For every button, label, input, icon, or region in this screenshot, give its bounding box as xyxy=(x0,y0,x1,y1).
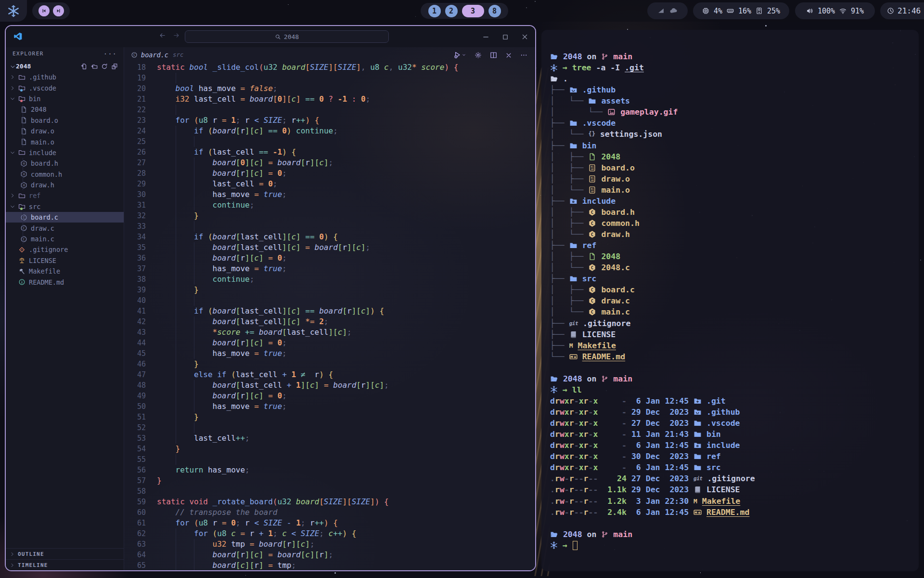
workspace-8[interactable]: 8 xyxy=(488,5,501,17)
maximize-button[interactable] xyxy=(502,32,509,41)
code-line-28[interactable]: 28 board[r][c] = 0; xyxy=(124,168,535,179)
command-center-search[interactable]: 2048 xyxy=(185,30,389,43)
tab-board-c[interactable]: Cboard.csrc xyxy=(131,51,183,59)
minimize-button[interactable] xyxy=(482,32,489,41)
code-line-43[interactable]: 43 *score += board[last_cell][c]; xyxy=(124,327,535,338)
refresh-button[interactable] xyxy=(101,62,108,70)
code-line-35[interactable]: 35 board[last_cell][c] = board[r][c]; xyxy=(124,242,535,253)
code-line-50[interactable]: 50 has_move = true; xyxy=(124,401,535,412)
code-line-61[interactable]: 61 for (u8 r = 0; r < SIZE - 1; r++) { xyxy=(124,518,535,528)
code-line-62[interactable]: 62 for (u8 c = r + 1; c < SIZE; c++) { xyxy=(124,528,535,539)
code-line-20[interactable]: 20 bool has_move = false; xyxy=(124,83,535,94)
tree-item-Makefile[interactable]: Makefile xyxy=(6,266,124,276)
tree-item-.vscode[interactable]: .vscode xyxy=(6,82,124,93)
arrowR-icon[interactable] xyxy=(173,32,180,39)
code-line-46[interactable]: 46 } xyxy=(124,359,535,369)
workspace-3[interactable]: 3 xyxy=(462,5,484,17)
tree-item-draw.h[interactable]: Hdraw.h xyxy=(6,180,124,190)
code-line-55[interactable]: 55 xyxy=(124,454,535,465)
tree-item-board.c[interactable]: Cboard.c xyxy=(6,212,124,223)
workspace-1[interactable]: 1 xyxy=(428,5,441,17)
code-line-19[interactable]: 19 xyxy=(124,73,535,83)
code-line-32[interactable]: 32 } xyxy=(124,210,535,221)
code-line-29[interactable]: 29 last_cell = 0; xyxy=(124,179,535,189)
terminal-window[interactable]: 2048 on main → tree -a -I .git .├── .git… xyxy=(541,30,919,571)
code-line-59[interactable]: 59static void _rotate_board(u32 board[SI… xyxy=(124,497,535,507)
tree-item-.gitignore[interactable]: .gitignore xyxy=(6,244,124,255)
code-line-58[interactable]: 58 xyxy=(124,486,535,497)
code-line-49[interactable]: 49 board[r][c] = 0; xyxy=(124,391,535,401)
code-line-47[interactable]: 47 else if (last_cell + 1 ≠ r) { xyxy=(124,369,535,380)
code-line-45[interactable]: 45 has_move = true; xyxy=(124,348,535,359)
code-line-39[interactable]: 39 } xyxy=(124,285,535,295)
code-line-37[interactable]: 37 has_move = true; xyxy=(124,263,535,274)
file-icon xyxy=(20,138,27,145)
tree-item-README.md[interactable]: README.md xyxy=(6,276,124,287)
arrowL-icon[interactable] xyxy=(159,32,166,39)
code-line-56[interactable]: 56 return has_move; xyxy=(124,465,535,475)
code-line-65[interactable]: 65 board[c][r] = tmp; xyxy=(124,560,535,571)
code-line-64[interactable]: 64 board[r][c] = board[c][r]; xyxy=(124,550,535,560)
collapse-all-button[interactable] xyxy=(111,62,118,70)
code-line-53[interactable]: 53 last_cell++; xyxy=(124,433,535,444)
code-line-42[interactable]: 42 board[last_cell][c] *= 2; xyxy=(124,316,535,327)
code-line-22[interactable]: 22 xyxy=(124,105,535,115)
code-line-38[interactable]: 38 continue; xyxy=(124,274,535,285)
tree-item-main.o[interactable]: main.o xyxy=(6,136,124,147)
tree-item-src[interactable]: src xyxy=(6,201,124,212)
tree-item-2048[interactable]: 2048 xyxy=(6,104,124,115)
code-line-30[interactable]: 30 has_move = true; xyxy=(124,189,535,200)
tree-item-draw.c[interactable]: Cdraw.c xyxy=(6,223,124,233)
close-button[interactable] xyxy=(521,32,528,41)
folder-open-icon xyxy=(550,530,558,539)
panel-timeline[interactable]: TIMELINE xyxy=(6,559,124,570)
new-folder-button[interactable] xyxy=(91,62,98,70)
project-root-row[interactable]: 2048 xyxy=(6,60,124,72)
tree-item-bin[interactable]: bin xyxy=(6,93,124,104)
tree-item-board.o[interactable]: board.o xyxy=(6,115,124,126)
code-line-40[interactable]: 40 xyxy=(124,295,535,306)
code-line-21[interactable]: 21 i32 last_cell = board[0][c] == 0 ? -1… xyxy=(124,94,535,105)
terminal-input-line[interactable]: → xyxy=(550,540,914,551)
code-line-52[interactable]: 52 xyxy=(124,422,535,433)
tree-item-.github[interactable]: .github xyxy=(6,72,124,82)
nix-logo-pill[interactable] xyxy=(0,0,27,22)
new-file-button[interactable] xyxy=(81,62,88,70)
code-line-48[interactable]: 48 board[last_cell + 1][c] = board[r][c]… xyxy=(124,380,535,391)
code-line-23[interactable]: 23 for (u8 r = 1; r < SIZE; r++) { xyxy=(124,115,535,126)
code-line-25[interactable]: 25 xyxy=(124,136,535,147)
code-line-24[interactable]: 24 if (board[r][c] == 0) continue; xyxy=(124,126,535,136)
tree-item-ref[interactable]: ref xyxy=(6,190,124,201)
code-line-54[interactable]: 54 } xyxy=(124,444,535,454)
media-prev-button[interactable] xyxy=(38,5,50,16)
workspace-2[interactable]: 2 xyxy=(445,5,458,17)
code-line-36[interactable]: 36 board[r][c] = 0; xyxy=(124,253,535,263)
code-line-51[interactable]: 51 } xyxy=(124,412,535,422)
code-line-33[interactable]: 33 xyxy=(124,221,535,232)
tree-item-board.h[interactable]: Hboard.h xyxy=(6,158,124,169)
settings-gear-button[interactable] xyxy=(475,50,482,59)
code-line-44[interactable]: 44 board[r][c] = 0; xyxy=(124,338,535,348)
explorer-more-icon[interactable]: ··· xyxy=(103,50,117,58)
code-line-18[interactable]: 18static bool _slide_col(u32 board[SIZE]… xyxy=(124,62,535,73)
code-line-26[interactable]: 26 if (last_cell == -1) { xyxy=(124,147,535,158)
tree-item-include[interactable]: include xyxy=(6,147,124,158)
split-editor-button[interactable] xyxy=(490,50,497,59)
close-editor-button[interactable] xyxy=(505,50,512,59)
code-line-63[interactable]: 63 u32 tmp = board[r][c]; xyxy=(124,539,535,550)
code-line-34[interactable]: 34 if (board[last_cell][c] == 0) { xyxy=(124,232,535,242)
code-line-27[interactable]: 27 board[0][c] = board[r][c]; xyxy=(124,158,535,168)
panel-outline[interactable]: OUTLINE xyxy=(6,548,124,559)
media-next-button[interactable] xyxy=(53,5,64,16)
tree-item-draw.o[interactable]: draw.o xyxy=(6,126,124,136)
tree-item-LICENSE[interactable]: LICENSE xyxy=(6,255,124,266)
run-debug-button[interactable] xyxy=(454,51,466,59)
code-line-41[interactable]: 41 if (board[last_cell][c] == board[r][c… xyxy=(124,306,535,316)
editor-more-button[interactable] xyxy=(520,50,527,59)
code-line-60[interactable]: 60 // transpose the board xyxy=(124,507,535,518)
code-line-31[interactable]: 31 continue; xyxy=(124,200,535,210)
tree-item-common.h[interactable]: Hcommon.h xyxy=(6,169,124,180)
tree-item-main.c[interactable]: Cmain.c xyxy=(6,234,124,244)
code-area[interactable]: 18static bool _slide_col(u32 board[SIZE]… xyxy=(124,62,535,571)
code-line-57[interactable]: 57} xyxy=(124,475,535,486)
